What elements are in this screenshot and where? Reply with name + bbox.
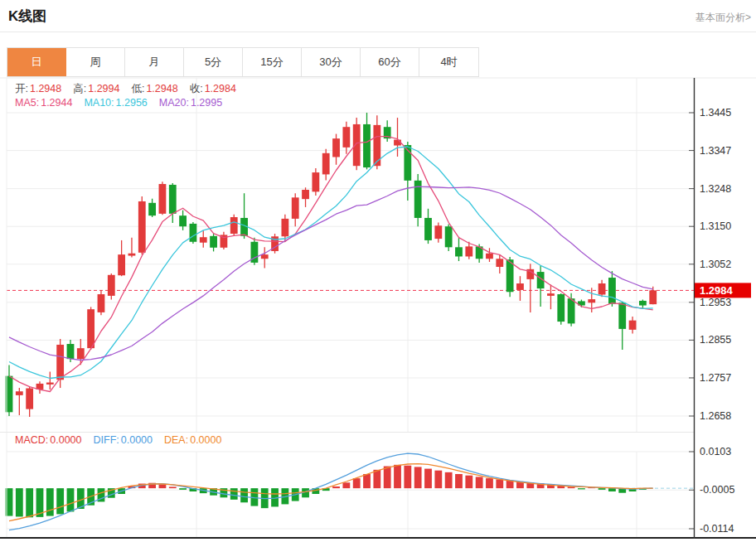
price-axis-label: 1.3150 [700, 220, 731, 232]
diff-label: DIFF: [94, 434, 119, 446]
ma20-label: MA20: [159, 97, 189, 109]
tab-30分[interactable]: 30分 [302, 48, 361, 76]
macd-axis-label: 0.0103 [700, 446, 731, 457]
macd-histogram [6, 465, 647, 517]
macd-axis-label: -0.0005 [700, 484, 734, 496]
price-axis-label: 1.3248 [700, 183, 731, 195]
price-axis-label: 1.2757 [700, 372, 731, 384]
macd-axis-label: -0.0114 [700, 523, 734, 535]
tab-月[interactable]: 月 [125, 48, 184, 76]
tab-日[interactable]: 日 [7, 48, 66, 76]
tab-15分[interactable]: 15分 [243, 48, 302, 76]
candles-layer [6, 113, 657, 417]
ma10-label: MA10: [84, 97, 114, 109]
price-axis-label: 1.3347 [700, 145, 731, 157]
macd-readout: MACD:0.0000DIFF:0.0000DEA:0.0000 [15, 434, 233, 446]
ma-readout: MA5:1.2944MA10:1.2956MA20:1.2995 [15, 97, 234, 109]
dea-label: DEA: [164, 434, 188, 446]
tab-60分[interactable]: 60分 [361, 48, 419, 76]
dea-line [9, 464, 653, 521]
ma10-line [9, 147, 653, 379]
tab-4时[interactable]: 4时 [419, 48, 478, 76]
tab-周[interactable]: 周 [66, 48, 125, 76]
price-axis-label: 1.3052 [700, 259, 731, 270]
tab-5分[interactable]: 5分 [184, 48, 243, 76]
last-price-badge-text: 1.2984 [700, 284, 734, 297]
close-value: 1.2984 [205, 83, 236, 94]
price-axis-label: 1.3445 [700, 107, 731, 119]
open-label: 开: [15, 83, 28, 94]
diff-value: 0.0000 [121, 434, 153, 446]
timeframe-tabs: 日周月5分15分30分60分4时 [7, 47, 479, 77]
ohlc-readout: 开:1.2948高:1.2994低:1.2948收:1.2984 [15, 82, 248, 96]
macd-value: 0.0000 [50, 434, 81, 446]
high-label: 高: [73, 83, 86, 94]
ma10-value: 1.2956 [116, 97, 148, 109]
low-value: 1.2948 [146, 83, 177, 94]
price-axis-label: 1.2953 [700, 297, 731, 308]
macd-label: MACD: [15, 434, 48, 446]
dea-value: 0.0000 [190, 434, 221, 446]
high-value: 1.2994 [88, 83, 119, 94]
open-value: 1.2948 [30, 83, 61, 94]
ma20-value: 1.2995 [191, 97, 222, 109]
ma5-value: 1.2944 [41, 97, 72, 109]
low-label: 低: [131, 83, 144, 94]
price-axis-label: 1.2855 [700, 334, 731, 346]
price-axis-label: 1.2658 [700, 410, 731, 422]
close-label: 收: [190, 83, 203, 94]
ma5-label: MA5: [15, 97, 39, 109]
